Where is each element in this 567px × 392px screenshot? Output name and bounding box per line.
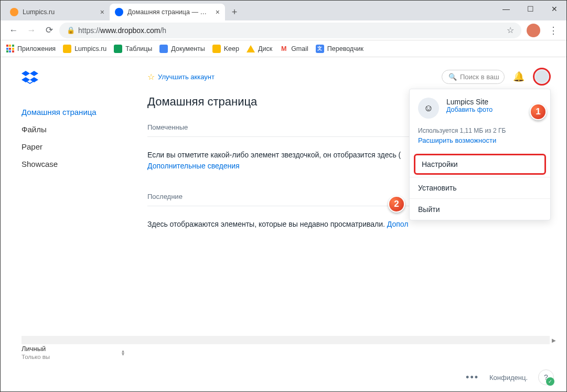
bookmark-star-icon[interactable]: ☆	[507, 25, 514, 35]
tab-strip: Lumpics.ru × Домашняя страница — Dropbox…	[1, 1, 566, 20]
sidebar-item-files[interactable]: Файлы	[22, 121, 137, 138]
dropdown-header: ☺ Lumpics Site Добавить фото	[410, 89, 550, 127]
bookmark-drive[interactable]: Диск	[247, 45, 272, 53]
more-actions-icon[interactable]: •••	[466, 372, 479, 383]
profile-avatar[interactable]	[527, 24, 540, 37]
tab-dropbox[interactable]: Домашняя страница — Dropbox ×	[110, 4, 225, 20]
callout-badge-1: 1	[530, 103, 547, 120]
bookmark-label: Переводчик	[327, 45, 363, 52]
docs-icon	[159, 45, 168, 53]
account-sub: Только вы	[22, 354, 50, 360]
bookmark-label: Диск	[258, 45, 272, 52]
bookmark-label: Lumpics.ru	[74, 45, 106, 52]
footer-actions: ••• Конфиденц. ? ✓	[466, 369, 554, 385]
account-avatar-button[interactable]	[533, 68, 551, 86]
window-controls: — ☐ ✕	[494, 1, 566, 17]
bookmark-docs[interactable]: Документы	[159, 45, 205, 53]
callout-badge-2: 2	[388, 196, 405, 213]
bookmark-translate[interactable]: 文 Переводчик	[316, 45, 363, 53]
favicon-icon	[115, 8, 123, 16]
sidebar-item-paper[interactable]: Paper	[22, 138, 137, 155]
account-dropdown: ☺ Lumpics Site Добавить фото Используетс…	[409, 89, 551, 220]
bookmarks-bar: Приложения Lumpics.ru Таблицы Документы …	[1, 40, 566, 57]
shield-check-icon: ✓	[546, 377, 554, 386]
bookmark-label: Keep	[224, 45, 239, 52]
bookmark-lumpics[interactable]: Lumpics.ru	[63, 45, 106, 53]
close-button[interactable]: ✕	[542, 1, 566, 17]
bookmark-label: Gmail	[291, 45, 308, 52]
close-icon[interactable]: ×	[100, 8, 104, 16]
dropdown-settings[interactable]: Настройки	[414, 154, 546, 175]
tab-title: Домашняя страница — Dropbox	[127, 8, 211, 16]
bookmark-keep[interactable]: Keep	[212, 45, 239, 53]
account-switcher[interactable]: Личный Только вы ▴▾	[22, 345, 137, 360]
url-scheme: https://	[78, 26, 100, 35]
bookmark-sheets[interactable]: Таблицы	[114, 45, 152, 53]
lock-icon: 🔒	[67, 26, 75, 34]
keep-icon	[212, 45, 221, 53]
search-placeholder: Поиск в ваш	[460, 73, 499, 81]
starred-more-link[interactable]: Дополнительные сведения	[147, 162, 240, 170]
reload-button[interactable]: ⟳	[41, 23, 57, 38]
upgrade-label: Улучшить аккаунт	[158, 73, 215, 81]
tab-lumpics[interactable]: Lumpics.ru ×	[5, 4, 110, 20]
sidebar-footer: Личный Только вы ▴▾	[22, 336, 137, 391]
sidebar-item-home[interactable]: Домашняя страница	[22, 103, 137, 121]
avatar-face-icon	[536, 70, 548, 83]
bookmark-apps[interactable]: Приложения	[6, 45, 56, 53]
horizontal-scrollbar[interactable]	[22, 336, 550, 344]
top-bar: ☆ Улучшить аккаунт 🔍 Поиск в ваш 🔔	[147, 68, 551, 86]
minimize-button[interactable]: —	[494, 1, 518, 17]
forward-button[interactable]: →	[24, 23, 39, 38]
help-button[interactable]: ? ✓	[538, 369, 554, 385]
dropbox-logo-icon	[22, 70, 38, 87]
drive-icon	[247, 45, 255, 53]
sheets-icon	[114, 45, 122, 53]
sidebar-item-showcase[interactable]: Showcase	[22, 155, 137, 173]
bookmark-label: Документы	[171, 45, 205, 52]
star-icon: ☆	[147, 72, 155, 82]
chevron-updown-icon[interactable]: ▴▾	[122, 349, 124, 356]
maximize-button[interactable]: ☐	[518, 1, 542, 17]
tab-title: Lumpics.ru	[23, 8, 96, 16]
dropdown-avatar-icon: ☺	[418, 98, 439, 119]
dropdown-user-name: Lumpics Site	[446, 98, 493, 106]
upgrade-storage-link[interactable]: Расширить возможности	[418, 136, 542, 144]
favicon-icon	[10, 8, 18, 16]
bookmark-label: Таблицы	[125, 45, 152, 52]
bookmark-gmail[interactable]: M Gmail	[280, 45, 308, 53]
account-type: Личный	[22, 345, 46, 353]
add-photo-link[interactable]: Добавить фото	[446, 106, 493, 113]
browser-menu-button[interactable]: ⋮	[545, 23, 561, 38]
dropdown-install[interactable]: Установить	[410, 177, 550, 198]
recent-empty-text: Здесь отображаются элементы, которые вы …	[147, 219, 551, 230]
upgrade-link[interactable]: ☆ Улучшить аккаунт	[147, 72, 215, 82]
storage-info: Используется 1,11 МБ из 2 ГБ Расширить в…	[410, 127, 550, 152]
translate-icon: 文	[316, 45, 324, 53]
address-bar[interactable]: 🔒 https://www.dropbox.com/h ☆	[59, 23, 521, 38]
back-button[interactable]: ←	[6, 23, 22, 38]
search-icon: 🔍	[448, 73, 457, 81]
url-host: www.dropbox.com	[100, 26, 160, 35]
privacy-link[interactable]: Конфиденц.	[489, 374, 528, 382]
apps-icon	[6, 45, 14, 53]
bookmark-label: Приложения	[17, 45, 56, 52]
browser-toolbar: ← → ⟳ 🔒 https://www.dropbox.com/h ☆ ⋮	[1, 20, 566, 40]
notifications-icon[interactable]: 🔔	[513, 71, 525, 82]
close-icon[interactable]: ×	[216, 8, 220, 16]
scroll-right-icon[interactable]: ▶	[550, 336, 558, 344]
recent-more-link[interactable]: Допол	[387, 220, 409, 228]
new-tab-button[interactable]: +	[227, 5, 242, 19]
gmail-icon: M	[280, 45, 288, 53]
dropdown-logout[interactable]: Выйти	[410, 198, 550, 220]
url-path: /h	[160, 26, 166, 35]
storage-text: Используется 1,11 МБ из 2 ГБ	[418, 127, 506, 134]
folder-icon	[63, 45, 71, 53]
search-input[interactable]: 🔍 Поиск в ваш	[442, 70, 505, 84]
